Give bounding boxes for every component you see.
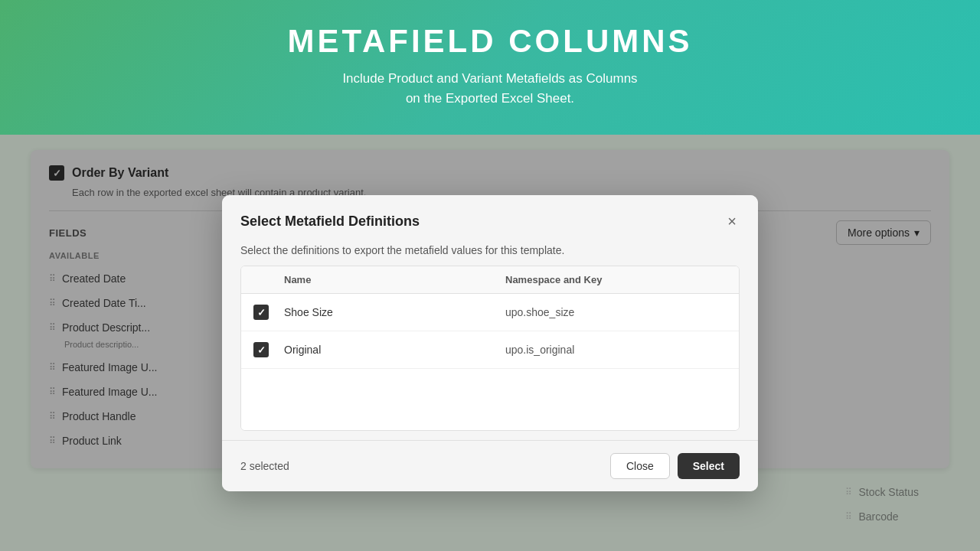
modal-overlay: Select Metafield Definitions × Select th… [0, 135, 980, 551]
selected-count: 2 selected [240, 460, 289, 472]
table-header-row: Name Namespace and Key [241, 266, 739, 294]
page-header: METAFIELD COLUMNS Include Product and Va… [0, 0, 980, 135]
column-header-namespace: Namespace and Key [505, 274, 727, 285]
modal-close-button[interactable]: × [724, 210, 740, 232]
row-key-shoe-size: upo.shoe_size [505, 306, 727, 318]
row-checkbox-original[interactable] [253, 342, 269, 357]
table-row: Shoe Size upo.shoe_size [241, 294, 739, 331]
modal-title: Select Metafield Definitions [240, 214, 420, 230]
page-title: METAFIELD COLUMNS [15, 23, 965, 60]
table-row: Original upo.is_original [241, 331, 739, 369]
page-subtitle: Include Product and Variant Metafields a… [15, 69, 965, 108]
modal-actions: Close Select [610, 453, 740, 479]
modal-footer: 2 selected Close Select [222, 440, 758, 491]
modal-header: Select Metafield Definitions × [222, 195, 758, 232]
table-empty-space [241, 369, 739, 430]
row-name-shoe-size: Shoe Size [284, 306, 505, 318]
modal-description: Select the definitions to export the met… [222, 232, 758, 266]
select-button[interactable]: Select [678, 453, 740, 479]
row-checkbox-shoe-size[interactable] [253, 305, 269, 320]
column-header-name: Name [284, 274, 505, 285]
row-key-original: upo.is_original [505, 344, 727, 356]
select-metafield-modal: Select Metafield Definitions × Select th… [222, 195, 758, 491]
content-area: Order By Variant Each row in the exporte… [0, 135, 980, 551]
modal-table: Name Namespace and Key Shoe Size upo.sho… [240, 266, 740, 431]
close-button[interactable]: Close [610, 453, 670, 479]
modal-spacer [222, 431, 758, 440]
row-name-original: Original [284, 344, 505, 356]
